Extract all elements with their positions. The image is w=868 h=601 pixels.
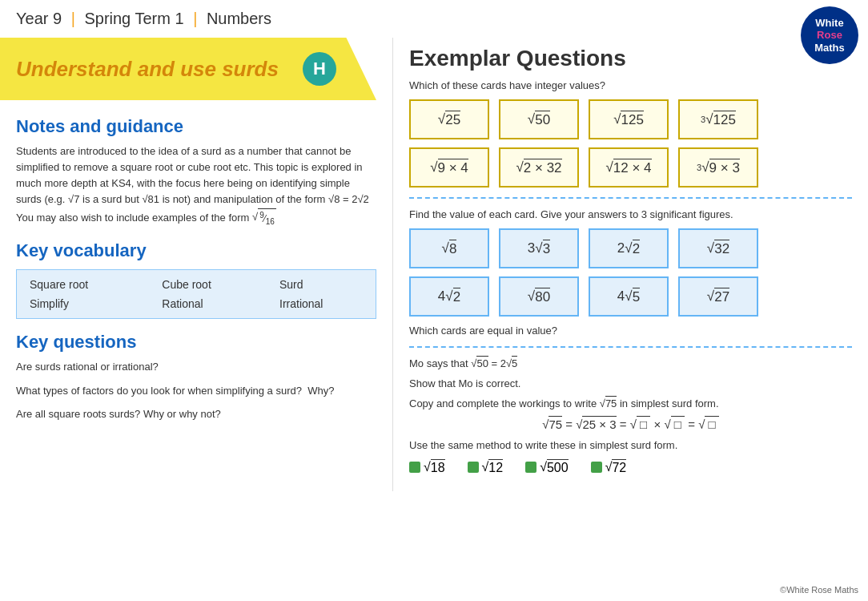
formula-line: √75 = √25 × 3 = √ □ × √ □ = √ □ xyxy=(409,417,852,431)
green-dot-4 xyxy=(591,462,602,473)
card-sqrt2x32: √2 × 32 xyxy=(499,147,579,188)
card-sqrt12x4: √12 × 4 xyxy=(589,147,669,188)
vocab-surd: Surd xyxy=(267,270,376,295)
right-panel: Exemplar Questions Which of these cards … xyxy=(392,38,868,491)
card-sqrt8: √8 xyxy=(409,228,489,268)
left-panel: Understand and use surds H Notes and gui… xyxy=(0,38,392,491)
card-sqrt50: √50 xyxy=(499,99,579,139)
card-4sqrt2: 4√2 xyxy=(409,276,489,317)
logo-line1: White xyxy=(815,17,843,30)
q1-text: Which of these cards have integer values… xyxy=(409,79,852,91)
card-sqrt125: √125 xyxy=(589,99,669,139)
card-3sqrt3: 3√3 xyxy=(499,228,579,268)
main-layout: Understand and use surds H Notes and gui… xyxy=(0,38,868,491)
q6-text: Use the same method to write these in si… xyxy=(409,439,852,451)
card-grid-2: √9 × 4 √2 × 32 √12 × 4 3√9 × 3 xyxy=(409,147,852,188)
card-2sqrt2: 2√2 xyxy=(589,228,669,268)
vocab-title: Key vocabulary xyxy=(16,240,376,261)
q5-text: Copy and complete the workings to write … xyxy=(409,397,852,409)
term-label: Spring Term 1 xyxy=(84,10,183,27)
page-title: Year 9 | Spring Term 1 | Numbers xyxy=(16,10,271,28)
divider-1 xyxy=(409,197,852,199)
vocab-simplify: Simplify xyxy=(17,294,150,319)
difficulty-badge: H xyxy=(303,52,336,86)
lesson-title: Understand and use surds xyxy=(16,57,279,82)
logo-line2: Rose xyxy=(817,29,842,42)
pipe1: | xyxy=(71,10,80,27)
blue-grid-1: √8 3√3 2√2 √32 xyxy=(409,228,852,268)
year-label: Year 9 xyxy=(16,10,62,27)
q4-text1: Mo says that √50 = 2√5 xyxy=(409,357,852,369)
card-sqrt27: √27 xyxy=(678,276,758,317)
green-dot-2 xyxy=(468,462,479,473)
question-1: Are surds rational or irrational? xyxy=(16,359,376,375)
title-banner: Understand and use surds H xyxy=(0,38,376,100)
question-3: Are all square roots surds? Why or why n… xyxy=(16,406,376,422)
vocab-row-1: Square root Cube root Surd xyxy=(17,270,376,295)
vocab-row-2: Simplify Rational Irrational xyxy=(17,294,376,319)
vocab-table: Square root Cube root Surd Simplify Rati… xyxy=(16,269,376,319)
vocab-rational: Rational xyxy=(149,294,267,319)
card-4sqrt5: 4√5 xyxy=(589,276,669,317)
pipe2: | xyxy=(193,10,202,27)
exemplar-title: Exemplar Questions xyxy=(409,46,852,71)
card-grid-1: √25 √50 √125 3√125 xyxy=(409,99,852,139)
header: Year 9 | Spring Term 1 | Numbers xyxy=(0,0,868,38)
card-sqrt25: √25 xyxy=(409,99,489,139)
simplify-sqrt500: √500 xyxy=(525,459,568,475)
q3-text: Which cards are equal in value? xyxy=(409,325,852,337)
question-2: What types of factors do you look for wh… xyxy=(16,383,376,399)
vocab-irrational: Irrational xyxy=(267,294,376,319)
simplify-sqrt72: √72 xyxy=(591,459,627,475)
card-cbrt125: 3√125 xyxy=(678,99,758,139)
q2-text: Find the value of each card. Give your a… xyxy=(409,208,852,220)
logo-line3: Maths xyxy=(814,42,845,54)
card-sqrt32: √32 xyxy=(678,228,758,268)
card-cbrt9x3: 3√9 × 3 xyxy=(678,147,758,188)
simplify-sqrt12: √12 xyxy=(468,459,504,475)
divider-2 xyxy=(409,346,852,348)
notes-title: Notes and guidance xyxy=(16,116,376,137)
vocab-cube-root: Cube root xyxy=(149,270,267,295)
copyright: ©White Rose Maths xyxy=(780,585,858,595)
blue-grid-2: 4√2 √80 4√5 √27 xyxy=(409,276,852,317)
card-sqrt80: √80 xyxy=(499,276,579,317)
card-sqrt9x4: √9 × 4 xyxy=(409,147,489,188)
simplify-grid: √18 √12 √500 √72 xyxy=(409,459,852,475)
vocab-square-root: Square root xyxy=(17,270,150,295)
subject-label: Numbers xyxy=(207,10,271,27)
simplify-sqrt18: √18 xyxy=(409,459,445,475)
notes-body: Students are introduced to the idea of a… xyxy=(16,143,376,228)
q4-text2: Show that Mo is correct. xyxy=(409,377,852,389)
questions-title: Key questions xyxy=(16,332,376,353)
green-dot-3 xyxy=(525,462,536,473)
wrm-logo: White Rose Maths xyxy=(801,6,858,64)
green-dot-1 xyxy=(409,462,420,473)
